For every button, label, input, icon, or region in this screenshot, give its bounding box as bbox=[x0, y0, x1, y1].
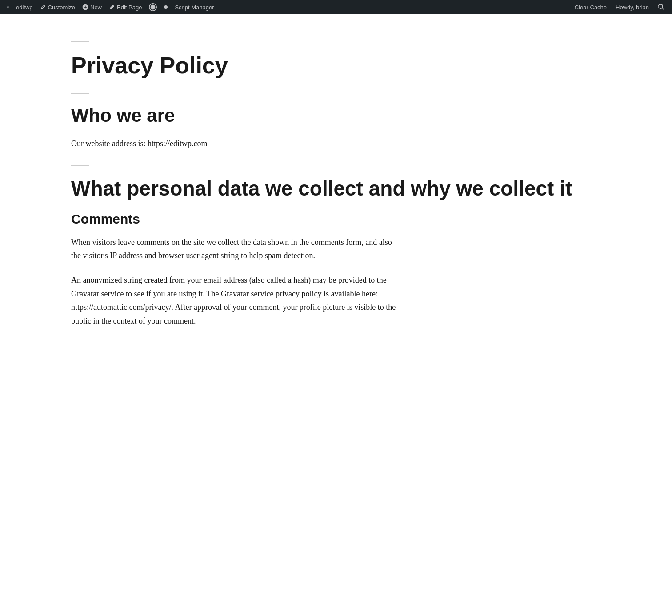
clear-cache-button[interactable]: Clear Cache bbox=[571, 0, 610, 14]
who-we-are-heading: Who we are bbox=[71, 105, 601, 126]
status-dot-button[interactable] bbox=[160, 0, 171, 14]
admin-bar-left: editwp Customize New Edit Page bbox=[4, 0, 571, 14]
site-name-button[interactable]: editwp bbox=[12, 0, 36, 14]
title-block: Privacy Policy bbox=[71, 41, 601, 79]
search-icon bbox=[658, 4, 665, 11]
admin-bar: editwp Customize New Edit Page bbox=[0, 0, 672, 14]
personal-data-section: What personal data we collect and why we… bbox=[71, 165, 601, 328]
user-greeting-label: Howdy, brian bbox=[616, 4, 649, 11]
page-title: Privacy Policy bbox=[71, 52, 601, 79]
customize-label: Customize bbox=[48, 4, 75, 11]
status-dot bbox=[164, 5, 168, 9]
title-divider bbox=[71, 41, 89, 42]
who-we-are-section: Who we are Our website address is: https… bbox=[71, 93, 601, 151]
new-button[interactable]: New bbox=[79, 0, 105, 14]
who-we-are-paragraph-1: Our website address is: https://editwp.c… bbox=[71, 137, 400, 151]
comments-paragraph-2: An anonymized string created from your e… bbox=[71, 273, 400, 328]
search-button[interactable] bbox=[654, 0, 668, 14]
section-divider-2 bbox=[71, 165, 89, 166]
page-content: Privacy Policy Who we are Our website ad… bbox=[0, 14, 672, 365]
new-icon bbox=[82, 4, 88, 10]
plugin-icon bbox=[149, 3, 157, 11]
customize-button[interactable]: Customize bbox=[36, 0, 79, 14]
script-manager-button[interactable]: Script Manager bbox=[171, 0, 217, 14]
site-name-label: editwp bbox=[16, 4, 33, 11]
personal-data-heading: What personal data we collect and why we… bbox=[71, 176, 601, 201]
wordpress-icon bbox=[7, 4, 9, 10]
edit-page-icon bbox=[109, 4, 115, 10]
customize-icon bbox=[40, 4, 46, 10]
admin-bar-right: Clear Cache Howdy, brian bbox=[571, 0, 668, 14]
new-label: New bbox=[90, 4, 102, 11]
comments-subsection: Comments When visitors leave comments on… bbox=[71, 212, 601, 328]
section-divider-1 bbox=[71, 93, 89, 94]
comments-heading: Comments bbox=[71, 212, 601, 227]
script-manager-label: Script Manager bbox=[175, 4, 214, 11]
comments-paragraph-1: When visitors leave comments on the site… bbox=[71, 236, 400, 263]
plugin-icon-button[interactable] bbox=[145, 0, 160, 14]
clear-cache-label: Clear Cache bbox=[575, 4, 607, 11]
edit-page-label: Edit Page bbox=[117, 4, 142, 11]
edit-page-button[interactable]: Edit Page bbox=[105, 0, 145, 14]
user-greeting-button[interactable]: Howdy, brian bbox=[612, 0, 652, 14]
wordpress-logo-button[interactable] bbox=[4, 3, 12, 12]
